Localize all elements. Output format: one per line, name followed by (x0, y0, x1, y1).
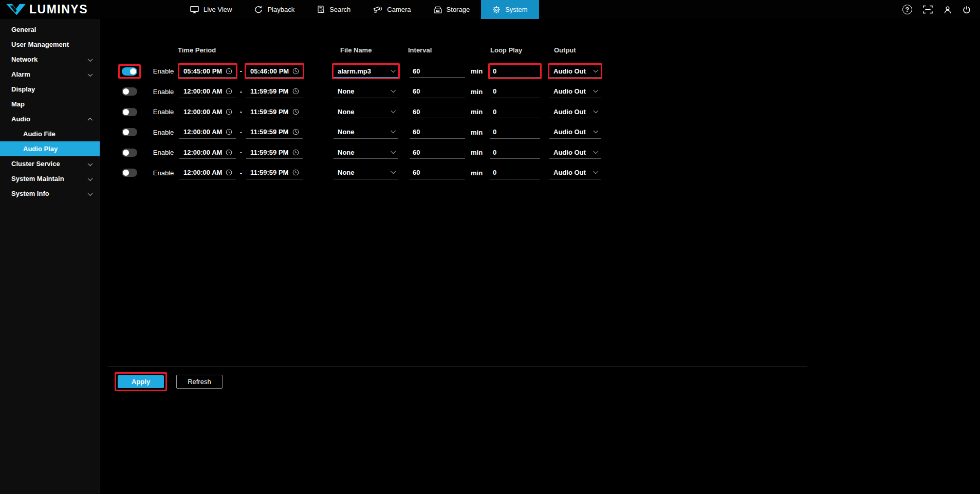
output-select[interactable]: Audio Out (548, 144, 602, 160)
min-label: min (467, 67, 488, 75)
enable-label: Enable (149, 67, 178, 75)
fullscreen-icon[interactable] (923, 5, 933, 14)
start-time-input[interactable]: 12:00:00 AM (178, 104, 237, 120)
sidebar-item-display[interactable]: Display (0, 82, 100, 97)
audio-play-row: Enable 12:00:00 AM - 11:59:59 PM None 60… (118, 163, 980, 184)
enable-label: Enable (149, 108, 178, 116)
loop-play-value: 0 (493, 67, 496, 75)
interval-input[interactable]: 60 (408, 104, 467, 120)
file-name-select[interactable]: None (332, 84, 400, 100)
output-select[interactable]: Audio Out (548, 104, 602, 120)
chevron-down-icon (391, 108, 396, 113)
nav-label: Storage (447, 6, 470, 13)
power-icon[interactable] (963, 6, 971, 14)
enable-toggle[interactable] (122, 108, 137, 116)
end-time-input[interactable]: 11:59:59 PM (245, 104, 304, 120)
apply-button[interactable]: Apply (118, 375, 164, 388)
help-icon[interactable]: ? (902, 5, 912, 14)
col-output: Output (548, 46, 602, 54)
interval-input[interactable]: 60 (408, 124, 467, 140)
output-select[interactable]: Audio Out (548, 63, 602, 79)
loop-play-input[interactable]: 0 (488, 63, 542, 79)
file-name-select[interactable]: None (332, 165, 400, 181)
output-value: Audio Out (553, 67, 586, 75)
start-time-input[interactable]: 12:00:00 AM (178, 124, 237, 140)
luminys-mark-icon (5, 3, 27, 16)
enable-toggle[interactable] (122, 87, 137, 96)
start-time-input[interactable]: 12:00:00 AM (178, 165, 237, 181)
audio-play-row: Enable 12:00:00 AM - 11:59:59 PM None 60… (118, 82, 980, 102)
interval-input[interactable]: 60 (408, 84, 467, 100)
enable-toggle[interactable] (122, 149, 137, 157)
start-time-input[interactable]: 05:45:00 PM (178, 63, 237, 79)
sidebar-item-label: General (11, 26, 36, 33)
enable-label: Enable (149, 88, 178, 96)
file-name-value: None (338, 87, 355, 95)
end-time-value: 11:59:59 PM (250, 108, 288, 116)
sidebar-item-audio-play[interactable]: Audio Play (0, 141, 100, 156)
loop-play-input[interactable]: 0 (488, 124, 542, 140)
nav-storage[interactable]: Storage (422, 0, 482, 19)
chevron-down-icon (391, 149, 396, 154)
apply-highlight: Apply (115, 372, 167, 391)
enable-toggle[interactable] (122, 67, 137, 76)
end-time-input[interactable]: 05:46:00 PM (245, 63, 304, 79)
file-name-select[interactable]: None (332, 144, 400, 160)
loop-play-input[interactable]: 0 (488, 104, 542, 120)
time-separator: - (237, 67, 245, 75)
interval-input[interactable]: 60 (408, 165, 467, 181)
interval-input[interactable]: 60 (408, 144, 467, 160)
chevron-down-icon (88, 175, 92, 182)
enable-label: Enable (149, 129, 178, 136)
sidebar-item-audio-file[interactable]: Audio File (0, 126, 100, 141)
clock-icon (292, 129, 299, 135)
time-separator: - (237, 108, 245, 116)
sidebar-item-cluster-service[interactable]: Cluster Service (0, 156, 100, 171)
loop-play-input[interactable]: 0 (488, 144, 542, 160)
start-time-input[interactable]: 12:00:00 AM (178, 84, 237, 100)
file-name-select[interactable]: None (332, 104, 400, 120)
interval-input[interactable]: 60 (408, 63, 467, 79)
output-select[interactable]: Audio Out (548, 124, 602, 140)
enable-toggle[interactable] (122, 169, 137, 177)
nav-live-view[interactable]: Live View (179, 0, 243, 19)
nav-camera[interactable]: Camera (362, 0, 422, 19)
end-time-input[interactable]: 11:59:59 PM (245, 124, 304, 140)
audio-play-panel: Time Period File Name Interval Loop Play… (101, 19, 980, 494)
time-separator: - (237, 149, 245, 156)
nav-system[interactable]: System (481, 0, 539, 19)
main-nav: Live View Playback Search Camera Storage (179, 0, 539, 19)
audio-play-row: Enable 12:00:00 AM - 11:59:59 PM None 60… (118, 102, 980, 122)
enable-toggle[interactable] (122, 128, 137, 136)
end-time-input[interactable]: 11:59:59 PM (245, 165, 304, 181)
sidebar-item-alarm[interactable]: Alarm (0, 67, 100, 82)
end-time-input[interactable]: 11:59:59 PM (245, 84, 304, 100)
sidebar-item-audio[interactable]: Audio (0, 112, 100, 126)
sidebar-item-label: Network (11, 56, 38, 63)
file-name-select[interactable]: None (332, 124, 400, 140)
sidebar-item-network[interactable]: Network (0, 52, 100, 67)
nav-search[interactable]: Search (306, 0, 362, 19)
sidebar-item-label: Audio File (23, 130, 56, 138)
min-label: min (467, 108, 488, 116)
output-select[interactable]: Audio Out (548, 84, 602, 100)
loop-play-input[interactable]: 0 (488, 84, 542, 100)
user-icon[interactable] (944, 6, 952, 14)
output-select[interactable]: Audio Out (548, 165, 602, 181)
sidebar-item-general[interactable]: General (0, 22, 100, 37)
refresh-button[interactable]: Refresh (176, 375, 223, 389)
sidebar-item-system-info[interactable]: System Info (0, 186, 100, 201)
sidebar-item-map[interactable]: Map (0, 97, 100, 112)
start-time-input[interactable]: 12:00:00 AM (178, 144, 237, 160)
loop-play-input[interactable]: 0 (488, 165, 542, 181)
sidebar-item-system-maintain[interactable]: System Maintain (0, 171, 100, 186)
sidebar-item-label: Alarm (11, 70, 30, 78)
sidebar-item-user-management[interactable]: User Management (0, 37, 100, 52)
footer-divider (108, 367, 807, 367)
toggle-highlight-box (118, 105, 141, 119)
toggle-highlight-box (118, 125, 141, 139)
nav-playback[interactable]: Playback (243, 0, 306, 19)
interval-value: 60 (413, 87, 420, 95)
file-name-select[interactable]: alarm.mp3 (332, 63, 400, 79)
end-time-input[interactable]: 11:59:59 PM (245, 144, 304, 160)
